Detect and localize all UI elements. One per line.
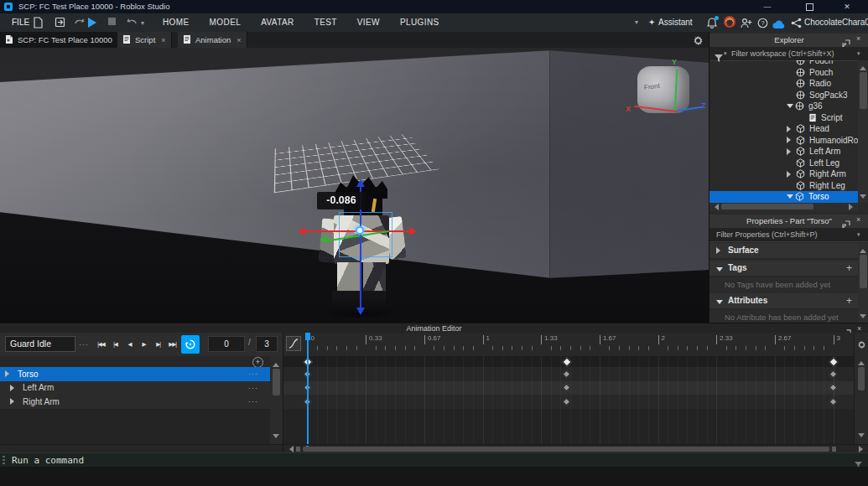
section-collapse-icon[interactable] [716, 300, 723, 308]
timeline-playhead-handle[interactable] [305, 333, 310, 340]
track-row-torso[interactable]: Torso··· [0, 367, 270, 382]
tab-close-icon[interactable]: × [159, 36, 165, 44]
next-keyframe-button[interactable]: ▶| [151, 336, 165, 353]
timeline-zoom-handle-right[interactable] [832, 447, 836, 452]
expand-down-icon[interactable] [787, 194, 793, 202]
stop-icon[interactable] [104, 16, 119, 29]
section-tags[interactable]: Tags+ [709, 261, 859, 277]
properties-filter-dropdown-icon[interactable]: ▾ [857, 231, 860, 238]
window-maximize-button[interactable] [793, 0, 826, 13]
track-list-vertical-scrollbar[interactable] [270, 356, 283, 444]
explorer-item-script[interactable]: Script [709, 112, 868, 124]
loop-toggle-button[interactable] [181, 335, 200, 354]
window-close-button[interactable]: ✕ [830, 0, 864, 13]
new-file-icon[interactable] [30, 16, 45, 29]
character-model[interactable]: -0.086 [302, 180, 416, 323]
open-file-icon[interactable] [52, 16, 67, 29]
move-gizmo-x-arrow-right[interactable] [409, 227, 421, 235]
command-input[interactable]: Run a command [12, 453, 84, 468]
section-surface[interactable]: Surface [709, 243, 859, 259]
play-reverse-button[interactable]: ◀ [122, 336, 137, 353]
expand-right-icon[interactable] [10, 398, 18, 405]
menu-home[interactable]: HOME [153, 13, 200, 32]
section-attributes[interactable]: Attributes+ [709, 293, 859, 309]
undo-icon[interactable] [124, 16, 139, 29]
expand-right-icon[interactable] [10, 385, 18, 391]
user-avatar[interactable] [724, 16, 735, 28]
expand-down-icon[interactable] [787, 104, 793, 111]
track-row-right-arm[interactable]: Right Arm··· [0, 395, 270, 410]
command-bar-grip[interactable] [3, 456, 5, 465]
expand-right-icon[interactable] [787, 137, 794, 143]
explorer-item-g36[interactable]: g36 [709, 101, 868, 112]
explorer-item-pouch[interactable]: Pouch [709, 67, 868, 79]
expand-right-icon[interactable] [5, 370, 13, 377]
go-to-last-keyframe-button[interactable]: ▶▶| [165, 336, 179, 353]
track-menu-button[interactable]: ··· [248, 370, 258, 378]
easing-curve-button[interactable] [286, 336, 301, 351]
menu-model[interactable]: MODEL [200, 13, 252, 32]
track-menu-button[interactable]: ··· [248, 397, 258, 406]
explorer-item-torso[interactable]: Torso [709, 191, 868, 203]
move-gizmo-y-arrow-up[interactable] [356, 175, 365, 187]
explorer-horizontal-scrollbar[interactable] [709, 203, 858, 211]
expand-right-icon[interactable] [787, 171, 794, 178]
explorer-item-pouch[interactable]: Pouch [709, 60, 868, 67]
explorer-item-left-leg[interactable]: Left Leg [709, 158, 868, 169]
menu-view[interactable]: VIEW [347, 13, 390, 32]
expand-right-icon[interactable] [787, 148, 794, 155]
animation-name-field[interactable]: Guard Idle [5, 336, 75, 352]
toolbar-overflow-caret-icon[interactable]: ▾ [141, 19, 144, 27]
timeline-playhead[interactable] [307, 333, 309, 444]
timeline-horizontal-scrollbar[interactable] [0, 444, 868, 452]
expand-right-icon[interactable] [787, 126, 794, 132]
add-tags-button[interactable]: + [846, 261, 852, 276]
tab-close-icon[interactable]: × [235, 36, 241, 44]
menu-avatar[interactable]: AVATAR [251, 13, 304, 32]
filter-caret-icon[interactable]: ▾ [724, 50, 727, 57]
current-frame-field[interactable]: 0 [208, 336, 245, 352]
properties-close-icon[interactable]: × [856, 215, 860, 224]
assistant-button[interactable]: Assistant [658, 13, 693, 32]
section-collapse-icon[interactable] [716, 267, 723, 275]
explorer-filter-dropdown-icon[interactable]: ▾ [857, 50, 860, 57]
play-button[interactable]: ▶ [137, 336, 151, 353]
explorer-vertical-scrollbar[interactable] [858, 60, 868, 203]
properties-vertical-scrollbar[interactable] [858, 243, 868, 323]
timeline-zoom-handle-left[interactable] [296, 447, 300, 452]
explorer-item-right-arm[interactable]: Right Arm [709, 168, 868, 180]
timeline-ruler[interactable]: 00.330.6711.331.6722.332.673 [283, 333, 854, 357]
tab-scp-fc-test-place-10000[interactable]: SCP: FC Test Place 10000× [0, 32, 128, 48]
explorer-close-icon[interactable]: × [856, 34, 860, 43]
timeline-settings-gear-icon[interactable] [857, 338, 866, 353]
total-frames-field[interactable]: 3 [256, 336, 278, 352]
section-expand-icon[interactable] [716, 247, 724, 254]
explorer-item-humanoidro[interactable]: HumanoidRo [709, 135, 868, 147]
tab-animation[interactable]: Animation× [178, 32, 247, 48]
move-gizmo-center-handle[interactable] [356, 226, 364, 235]
explorer-item-right-leg[interactable]: Right Leg [709, 180, 868, 192]
explorer-item-sogpack3[interactable]: SogPack3 [709, 90, 868, 101]
track-row-left-arm[interactable]: Left Arm··· [0, 381, 270, 396]
explorer-item-left-arm[interactable]: Left Arm [709, 146, 868, 158]
move-gizmo-x-arrow-left[interactable] [294, 227, 305, 235]
tab-script[interactable]: Script× [117, 32, 172, 48]
username-label[interactable]: ChocolateChara01▾ [804, 13, 868, 32]
track-menu-button[interactable]: ··· [248, 384, 258, 392]
menu-test[interactable]: TEST [304, 13, 347, 32]
explorer-item-radio[interactable]: Radio [709, 78, 868, 90]
timeline-track-area[interactable] [283, 356, 854, 444]
add-attributes-button[interactable]: + [846, 293, 852, 308]
command-bar[interactable]: Run a command [0, 452, 868, 467]
properties-filter-box[interactable]: Filter Properties (Ctrl+Shift+P) ▾ [709, 228, 868, 242]
menu-plugins[interactable]: PLUGINS [390, 13, 450, 32]
window-minimize-button[interactable]: — [751, 0, 784, 13]
view-orientation-cube[interactable]: Front Y X Z [627, 54, 704, 115]
track-timeline-splitter[interactable] [283, 333, 283, 452]
explorer-filter-box[interactable]: ▾ Filter workspace (Ctrl+Shift+X) ▾ [709, 47, 868, 61]
previous-keyframe-button[interactable]: |◀ [108, 336, 122, 353]
3d-viewport[interactable]: -0.086 Front Y X Z [0, 48, 709, 323]
play-icon[interactable] [84, 16, 99, 29]
animation-menu-button[interactable]: ··· [79, 340, 89, 349]
collapse-ribbon-caret-icon[interactable]: ▾ [635, 13, 638, 32]
